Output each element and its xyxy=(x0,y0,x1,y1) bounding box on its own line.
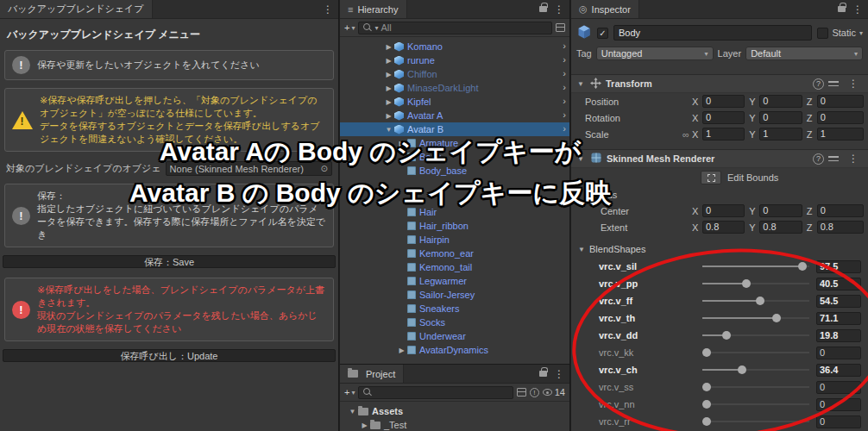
prefab-open-chevron-icon[interactable]: › xyxy=(563,41,566,51)
hierarchy-item-avatardynamics[interactable]: ▶AvatarDynamics xyxy=(340,343,569,357)
axis-z-label[interactable]: Z xyxy=(807,97,817,107)
foldout-closed-icon[interactable]: ▶ xyxy=(396,347,407,354)
z-value-field[interactable]: 1 xyxy=(817,128,864,141)
hierarchy-item-avatar-a[interactable]: ▶Avatar A› xyxy=(340,109,569,122)
blendshapes-foldout[interactable]: ▼ BlendShapes xyxy=(571,240,868,258)
static-dropdown-caret-icon[interactable]: ▾ xyxy=(859,29,863,37)
hierarchy-item-kipfel[interactable]: ▶Kipfel› xyxy=(340,95,569,109)
lock-icon[interactable] xyxy=(838,6,846,12)
layer-dropdown[interactable]: Default ▾ xyxy=(745,47,863,60)
blendshape-slider[interactable] xyxy=(702,399,809,409)
hierarchy-item-rurune[interactable]: ▶rurune› xyxy=(340,53,569,67)
prefab-open-chevron-icon[interactable]: › xyxy=(563,54,566,65)
search-options-icon[interactable] xyxy=(556,23,565,32)
help-icon[interactable]: ? xyxy=(813,78,824,90)
foldout-closed-icon[interactable]: ▶ xyxy=(383,57,394,65)
tab-project[interactable]: Project xyxy=(340,365,404,383)
search-by-type-icon[interactable] xyxy=(517,388,526,397)
hierarchy-item-legwarmer[interactable]: Legwarmer xyxy=(340,274,569,288)
preset-icon[interactable] xyxy=(828,154,839,163)
axis-z-label[interactable]: Z xyxy=(807,222,817,233)
axis-y-label[interactable]: Y xyxy=(749,97,759,107)
axis-y-label[interactable]: Y xyxy=(749,113,759,123)
axis-y-label[interactable]: Y xyxy=(749,129,759,140)
foldout-closed-icon[interactable]: ▶ xyxy=(383,98,394,106)
constrain-proportions-icon[interactable]: ∞ xyxy=(680,129,692,140)
x-value-field[interactable]: 0.8 xyxy=(702,221,745,234)
slider-handle[interactable] xyxy=(738,365,746,374)
create-button[interactable]: + ▾ xyxy=(344,22,355,33)
hierarchy-item-kemono_ear[interactable]: Kemono_ear xyxy=(340,247,569,260)
foldout-closed-icon[interactable]: ▶ xyxy=(383,71,394,78)
search-input[interactable] xyxy=(358,386,513,399)
prefab-open-chevron-icon[interactable]: › xyxy=(563,68,566,78)
search-filter-caret-icon[interactable]: ▾ xyxy=(374,24,378,32)
prefab-open-chevron-icon[interactable]: › xyxy=(563,96,566,106)
hidden-items-counter[interactable]: 14 xyxy=(543,387,565,397)
panel-menu-icon[interactable]: ⋮ xyxy=(847,0,868,18)
y-value-field[interactable]: 0 xyxy=(759,204,802,217)
foldout-open-icon[interactable]: ▼ xyxy=(576,80,586,88)
blendshape-slider[interactable] xyxy=(702,313,809,323)
search-input[interactable]: ▾ All xyxy=(358,22,552,34)
blendshape-value-field[interactable]: 0 xyxy=(816,398,861,411)
x-value-field[interactable]: 1 xyxy=(702,128,745,141)
blendshape-value-field[interactable]: 19.8 xyxy=(816,329,861,342)
blendshape-value-field[interactable]: 40.5 xyxy=(816,278,861,290)
help-icon[interactable]: ? xyxy=(813,153,824,165)
slider-handle[interactable] xyxy=(722,331,731,340)
axis-x-label[interactable]: X xyxy=(692,206,702,216)
blendshape-value-field[interactable]: 0 xyxy=(816,381,861,394)
component-menu-icon[interactable]: ⋮ xyxy=(843,153,864,165)
save-button[interactable]: 保存：Save xyxy=(3,255,336,268)
slider-handle[interactable] xyxy=(742,279,751,288)
axis-z-label[interactable]: Z xyxy=(807,206,817,216)
blendshape-slider[interactable] xyxy=(702,296,809,306)
x-value-field[interactable]: 0 xyxy=(702,95,745,108)
axis-y-label[interactable]: Y xyxy=(749,206,759,216)
tab-inspector[interactable]: ◎ Inspector xyxy=(571,0,639,18)
create-button[interactable]: + ▾ xyxy=(344,387,355,397)
component-menu-icon[interactable]: ⋮ xyxy=(843,78,864,90)
z-value-field[interactable]: 0 xyxy=(817,111,864,124)
blendshape-slider[interactable] xyxy=(702,382,809,392)
hierarchy-item-kemono_tail[interactable]: Kemono_tail xyxy=(340,260,569,274)
hierarchy-item-sailor-jersey[interactable]: Sailor-Jersey xyxy=(340,288,569,302)
z-value-field[interactable]: 0.8 xyxy=(817,221,864,234)
preset-icon[interactable] xyxy=(828,79,839,88)
tab-backup-blendshape[interactable]: バックアップブレンドシェイプ xyxy=(0,0,153,18)
hierarchy-item-underwear[interactable]: Underwear xyxy=(340,329,569,343)
axis-z-label[interactable]: Z xyxy=(807,113,817,123)
transform-header[interactable]: ▼ Transform ? ⋮ xyxy=(571,74,868,93)
project-item-assets[interactable]: ▼Assets xyxy=(340,404,569,418)
blendshape-slider[interactable] xyxy=(702,365,809,375)
foldout-closed-icon[interactable]: ▶ xyxy=(359,422,370,429)
hierarchy-item-hairpin[interactable]: Hairpin xyxy=(340,233,569,247)
z-value-field[interactable]: 0 xyxy=(817,204,864,217)
active-checkbox[interactable]: ✓ xyxy=(597,28,608,39)
hierarchy-item-komano[interactable]: ▶Komano› xyxy=(340,40,569,53)
slider-handle[interactable] xyxy=(756,297,764,305)
blendshape-value-field[interactable]: 36.4 xyxy=(816,364,861,377)
update-button[interactable]: 保存呼び出し：Update xyxy=(3,349,336,362)
hierarchy-item-socks[interactable]: Socks xyxy=(340,315,569,329)
panel-menu-icon[interactable]: ⋮ xyxy=(549,365,569,383)
axis-x-label[interactable]: X xyxy=(692,113,702,123)
blendshape-value-field[interactable]: 0 xyxy=(816,415,861,428)
slider-handle[interactable] xyxy=(702,348,711,357)
name-field[interactable]: Body xyxy=(613,25,812,41)
slider-handle[interactable] xyxy=(702,400,711,409)
project-item-_test[interactable]: ▶_Test xyxy=(340,418,569,431)
blendshape-value-field[interactable]: 71.1 xyxy=(816,312,861,325)
alert-icon[interactable]: ! xyxy=(530,388,539,397)
blendshape-slider[interactable] xyxy=(702,330,809,340)
hierarchy-item-hair_ribbon[interactable]: Hair_ribbon xyxy=(340,219,569,233)
x-value-field[interactable]: 0 xyxy=(702,204,745,217)
foldout-closed-icon[interactable]: ▶ xyxy=(383,112,394,120)
slider-handle[interactable] xyxy=(702,417,711,426)
hierarchy-item-minasedarklight[interactable]: ▶MinaseDarkLight› xyxy=(340,81,569,95)
static-checkbox[interactable] xyxy=(817,28,828,39)
blendshape-slider[interactable] xyxy=(702,416,809,427)
y-value-field[interactable]: 0 xyxy=(759,95,802,108)
axis-x-label[interactable]: X xyxy=(692,222,702,233)
